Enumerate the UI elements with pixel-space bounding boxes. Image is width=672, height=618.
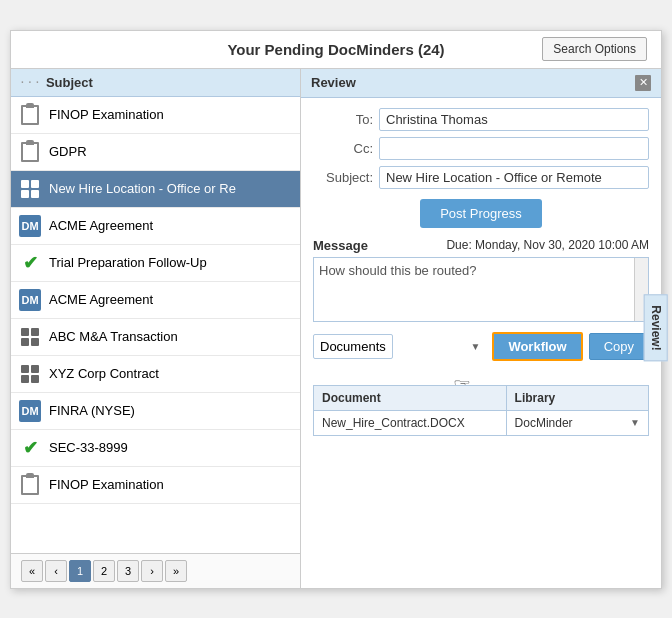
close-button[interactable]: ✕ [635,75,651,91]
pagination: « ‹ 1 2 3 › » [11,553,300,588]
subject-input[interactable] [379,166,649,189]
subject-row: Subject: [313,166,649,189]
clipboard-icon [19,474,41,496]
to-row: To: [313,108,649,131]
item-label: FINOP Examination [49,107,292,122]
to-input[interactable] [379,108,649,131]
dm-icon: DM [19,215,41,237]
grid-icon [19,363,41,385]
review-body: To: Cc: Subject: Post Progress [301,98,661,588]
dm-icon: DM [19,400,41,422]
list-item[interactable]: DM ACME Agreement [11,282,300,319]
review-header: Review ✕ [301,69,661,98]
message-text: How should this be routed? [319,263,477,278]
documents-select-wrapper: Documents ▼ [313,334,486,359]
search-options-button[interactable]: Search Options [542,37,647,61]
prev-page-button[interactable]: ‹ [45,560,67,582]
document-cell: New_Hire_Contract.DOCX [314,411,506,435]
list-item[interactable]: ✔ Trial Preparation Follow-Up [11,245,300,282]
document-table: Document Library New_Hire_Contract.DOCX … [313,385,649,436]
right-panel: Review ✕ To: Cc: Subject: [301,69,661,588]
top-bar: Your Pending DocMinders (24) Search Opti… [11,31,661,68]
list-item[interactable]: ABC M&A Transaction [11,319,300,356]
cc-input[interactable] [379,137,649,160]
review-title: Review [311,75,356,90]
item-label: FINRA (NYSE) [49,403,292,418]
cc-label: Cc: [313,141,373,156]
item-label: SEC-33-8999 [49,440,292,455]
documents-select[interactable]: Documents [313,334,393,359]
review-side-tab[interactable]: Review! [643,294,667,361]
message-label: Message [313,238,368,253]
grid-icon [19,326,41,348]
left-panel-header: · · · Subject [11,69,300,97]
list-item-selected[interactable]: New Hire Location - Office or Re [11,171,300,208]
grid-icon [19,178,41,200]
check-icon: ✔ [19,252,41,274]
chevron-down-icon: ▼ [470,341,480,352]
item-label: XYZ Corp Contract [49,366,292,381]
item-label: FINOP Examination [49,477,292,492]
dm-icon: DM [19,289,41,311]
page-1-button[interactable]: 1 [69,560,91,582]
cc-row: Cc: [313,137,649,160]
chevron-down-icon: ▼ [630,417,640,428]
last-page-button[interactable]: » [165,560,187,582]
action-row: Documents ▼ Workflow Copy [313,332,649,361]
first-page-button[interactable]: « [21,560,43,582]
page-3-button[interactable]: 3 [117,560,139,582]
library-cell: DocMinder ▼ [506,411,648,435]
item-label: GDPR [49,144,292,159]
subject-column-header: Subject [46,75,93,90]
page-title: Your Pending DocMinders (24) [227,41,444,58]
item-label: Trial Preparation Follow-Up [49,255,292,270]
list-item[interactable]: FINOP Examination [11,97,300,134]
list-item[interactable]: GDPR [11,134,300,171]
message-header: Message Due: Monday, Nov 30, 2020 10:00 … [313,238,649,253]
next-page-button[interactable]: › [141,560,163,582]
workflow-button[interactable]: Workflow [492,332,582,361]
message-box[interactable]: How should this be routed? [313,257,649,322]
document-column-header: Document [314,386,506,410]
page-2-button[interactable]: 2 [93,560,115,582]
list-item[interactable]: ✔ SEC-33-8999 [11,430,300,467]
message-section: Message Due: Monday, Nov 30, 2020 10:00 … [313,238,649,322]
post-progress-button[interactable]: Post Progress [420,199,542,228]
content-area: · · · Subject FINOP Examination GDPR [11,68,661,588]
list-items: FINOP Examination GDPR [11,97,300,553]
item-label: New Hire Location - Office or Re [49,181,292,196]
library-value: DocMinder [515,416,573,430]
item-label: ABC M&A Transaction [49,329,292,344]
item-label: ACME Agreement [49,292,292,307]
subject-label: Subject: [313,170,373,185]
library-column-header: Library [506,386,648,410]
check-icon: ✔ [19,437,41,459]
copy-button[interactable]: Copy [589,333,649,360]
clipboard-icon [19,141,41,163]
list-item[interactable]: DM ACME Agreement [11,208,300,245]
list-item[interactable]: FINOP Examination [11,467,300,504]
to-label: To: [313,112,373,127]
list-item[interactable]: XYZ Corp Contract [11,356,300,393]
table-header: Document Library [314,386,648,411]
left-panel: · · · Subject FINOP Examination GDPR [11,69,301,588]
due-date: Due: Monday, Nov 30, 2020 10:00 AM [446,238,649,252]
item-label: ACME Agreement [49,218,292,233]
clipboard-icon [19,104,41,126]
list-item[interactable]: DM FINRA (NYSE) [11,393,300,430]
drag-handle: · · · [21,77,40,88]
table-row[interactable]: New_Hire_Contract.DOCX DocMinder ▼ [314,411,648,435]
